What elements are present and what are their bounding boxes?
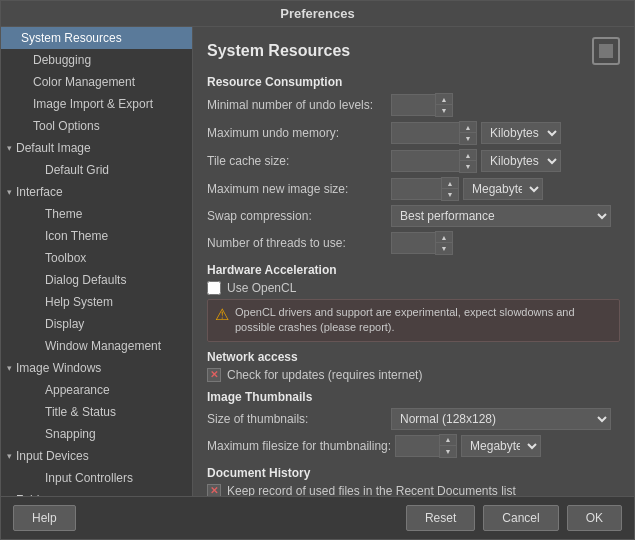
sidebar-item-input-devices[interactable]: ▾Input Devices bbox=[1, 445, 192, 467]
sidebar-label-system-resources: System Resources bbox=[21, 31, 122, 45]
max-image-input[interactable]: 128 bbox=[391, 178, 441, 200]
sidebar-item-folders[interactable]: ▸Folders bbox=[1, 489, 192, 496]
sidebar-item-input-controllers[interactable]: Input Controllers bbox=[1, 467, 192, 489]
max-undo-memory-down[interactable]: ▼ bbox=[460, 133, 476, 144]
doc-history-row: ✕ Keep record of used files in the Recen… bbox=[207, 484, 620, 496]
sidebar-label-interface: Interface bbox=[16, 185, 63, 199]
max-undo-memory-up[interactable]: ▲ bbox=[460, 122, 476, 133]
sidebar-item-default-grid[interactable]: Default Grid bbox=[1, 159, 192, 181]
opencl-row: Use OpenCL bbox=[207, 281, 620, 295]
min-undo-input[interactable]: 5 bbox=[391, 94, 435, 116]
min-undo-label: Minimal number of undo levels: bbox=[207, 98, 387, 112]
max-image-spinbox: 128 ▲ ▼ bbox=[391, 177, 459, 201]
sidebar-item-window-management[interactable]: Window Management bbox=[1, 335, 192, 357]
sidebar-label-appearance: Appearance bbox=[45, 383, 110, 397]
hardware-acceleration-header: Hardware Acceleration bbox=[207, 263, 620, 277]
sidebar-item-system-resources[interactable]: System Resources bbox=[1, 27, 192, 49]
max-image-spinbox-btns: ▲ ▼ bbox=[441, 177, 459, 201]
sidebar-item-theme[interactable]: Theme bbox=[1, 203, 192, 225]
sidebar-item-display[interactable]: Display bbox=[1, 313, 192, 335]
max-filesize-input[interactable]: 4 bbox=[395, 435, 439, 457]
swap-compression-row: Swap compression: Best performance Balan… bbox=[207, 205, 620, 227]
check-updates-label: Check for updates (requires internet) bbox=[227, 368, 422, 382]
tile-cache-spinbox-btns: ▲ ▼ bbox=[459, 149, 477, 173]
sidebar-label-image-import-export: Image Import & Export bbox=[33, 97, 153, 111]
max-filesize-spinbox: 4 ▲ ▼ bbox=[395, 434, 457, 458]
min-undo-up[interactable]: ▲ bbox=[436, 94, 452, 105]
dialog-title: Preferences bbox=[280, 6, 354, 21]
tile-cache-spinbox: 1966282 ▲ ▼ bbox=[391, 149, 477, 173]
sidebar-label-debugging: Debugging bbox=[33, 53, 91, 67]
max-undo-memory-unit-select[interactable]: Kilobytes Megabytes Gigabytes bbox=[481, 122, 561, 144]
max-filesize-row: Maximum filesize for thumbnailing: 4 ▲ ▼… bbox=[207, 434, 620, 458]
sidebar-label-toolbox: Toolbox bbox=[45, 251, 86, 265]
sidebar-item-title-status[interactable]: Title & Status bbox=[1, 401, 192, 423]
thumbnail-size-label: Size of thumbnails: bbox=[207, 412, 387, 426]
max-image-unit-select[interactable]: Megabytes Kilobytes Gigabytes bbox=[463, 178, 543, 200]
sidebar-label-theme: Theme bbox=[45, 207, 82, 221]
sidebar-item-debugging[interactable]: Debugging bbox=[1, 49, 192, 71]
max-undo-memory-spinbox-btns: ▲ ▼ bbox=[459, 121, 477, 145]
cancel-button[interactable]: Cancel bbox=[483, 505, 558, 531]
tile-cache-up[interactable]: ▲ bbox=[460, 150, 476, 161]
reset-button[interactable]: Reset bbox=[406, 505, 475, 531]
expand-icon-default-image: ▾ bbox=[7, 143, 12, 153]
max-undo-memory-input[interactable]: 491570 bbox=[391, 122, 459, 144]
tile-cache-label: Tile cache size: bbox=[207, 154, 387, 168]
network-access-header: Network access bbox=[207, 350, 620, 364]
sidebar-label-help-system: Help System bbox=[45, 295, 113, 309]
sidebar-label-input-controllers: Input Controllers bbox=[45, 471, 133, 485]
min-undo-spinbox-btns: ▲ ▼ bbox=[435, 93, 453, 117]
max-filesize-up[interactable]: ▲ bbox=[440, 435, 456, 446]
expand-icon-interface: ▾ bbox=[7, 187, 12, 197]
sidebar-label-title-status: Title & Status bbox=[45, 405, 116, 419]
max-image-down[interactable]: ▼ bbox=[442, 189, 458, 200]
tile-cache-input[interactable]: 1966282 bbox=[391, 150, 459, 172]
check-updates-checkbox[interactable]: ✕ bbox=[207, 368, 221, 382]
max-undo-memory-row: Maximum undo memory: 491570 ▲ ▼ Kilobyte… bbox=[207, 121, 620, 145]
footer: Help Reset Cancel OK bbox=[1, 496, 634, 539]
tile-cache-unit-select[interactable]: Kilobytes Megabytes Gigabytes bbox=[481, 150, 561, 172]
expand-icon-input-devices: ▾ bbox=[7, 451, 12, 461]
opencl-checkbox[interactable] bbox=[207, 281, 221, 295]
help-button[interactable]: Help bbox=[13, 505, 76, 531]
sidebar-item-appearance[interactable]: Appearance bbox=[1, 379, 192, 401]
threads-row: Number of threads to use: 4 ▲ ▼ bbox=[207, 231, 620, 255]
sidebar-item-image-windows[interactable]: ▾Image Windows bbox=[1, 357, 192, 379]
sidebar-item-toolbox[interactable]: Toolbox bbox=[1, 247, 192, 269]
threads-down[interactable]: ▼ bbox=[436, 243, 452, 254]
resource-consumption-header: Resource Consumption bbox=[207, 75, 620, 89]
threads-up[interactable]: ▲ bbox=[436, 232, 452, 243]
max-filesize-down[interactable]: ▼ bbox=[440, 446, 456, 457]
ok-button[interactable]: OK bbox=[567, 505, 622, 531]
tile-cache-down[interactable]: ▼ bbox=[460, 161, 476, 172]
max-filesize-unit-select[interactable]: Megabytes Kilobytes Gigabytes bbox=[461, 435, 541, 457]
sidebar-item-icon-theme[interactable]: Icon Theme bbox=[1, 225, 192, 247]
doc-history-checkbox[interactable]: ✕ bbox=[207, 484, 221, 496]
sidebar-item-interface[interactable]: ▾Interface bbox=[1, 181, 192, 203]
max-image-up[interactable]: ▲ bbox=[442, 178, 458, 189]
sidebar-item-default-image[interactable]: ▾Default Image bbox=[1, 137, 192, 159]
threads-spinbox-btns: ▲ ▼ bbox=[435, 231, 453, 255]
thumbnail-size-select[interactable]: Normal (128x128) Large (256x256) Small (… bbox=[391, 408, 611, 430]
threads-input[interactable]: 4 bbox=[391, 232, 435, 254]
sidebar-item-image-import-export[interactable]: Image Import & Export bbox=[1, 93, 192, 115]
swap-compression-select[interactable]: Best performance Balanced Best compressi… bbox=[391, 205, 611, 227]
sidebar-item-help-system[interactable]: Help System bbox=[1, 291, 192, 313]
threads-label: Number of threads to use: bbox=[207, 236, 387, 250]
content-area: System ResourcesDebuggingColor Managemen… bbox=[1, 27, 634, 496]
swap-compression-label: Swap compression: bbox=[207, 209, 387, 223]
main-panel: System Resources Resource Consumption Mi… bbox=[193, 27, 634, 496]
min-undo-down[interactable]: ▼ bbox=[436, 105, 452, 116]
preferences-dialog: Preferences System ResourcesDebuggingCol… bbox=[0, 0, 635, 540]
sidebar-label-default-image: Default Image bbox=[16, 141, 91, 155]
opencl-label: Use OpenCL bbox=[227, 281, 296, 295]
sidebar-item-dialog-defaults[interactable]: Dialog Defaults bbox=[1, 269, 192, 291]
sidebar-item-color-management[interactable]: Color Management bbox=[1, 71, 192, 93]
sidebar-label-input-devices: Input Devices bbox=[16, 449, 89, 463]
sidebar-item-tool-options[interactable]: Tool Options bbox=[1, 115, 192, 137]
expand-icon-image-windows: ▾ bbox=[7, 363, 12, 373]
check-updates-row: ✕ Check for updates (requires internet) bbox=[207, 368, 620, 382]
sidebar-item-snapping[interactable]: Snapping bbox=[1, 423, 192, 445]
document-history-header: Document History bbox=[207, 466, 620, 480]
